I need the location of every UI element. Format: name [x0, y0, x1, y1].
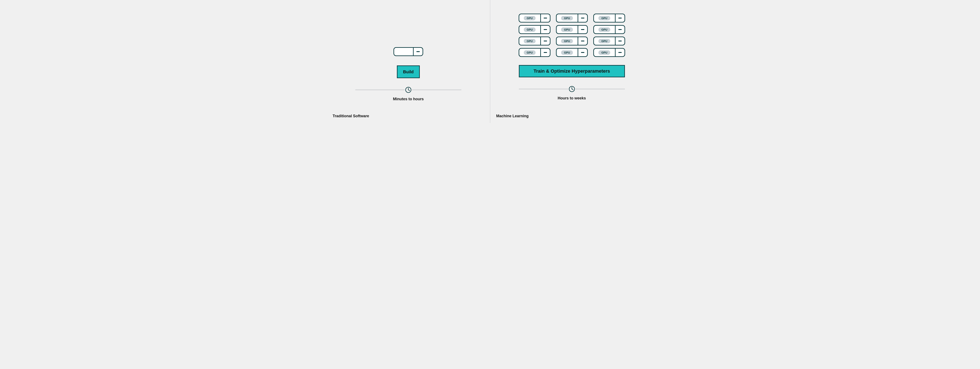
left-time-label: Minutes to hours: [393, 97, 424, 101]
gpu-slot-right: [541, 49, 550, 56]
right-timeline: Hours to weeks: [519, 86, 625, 101]
gpu-pill: GPU: [598, 16, 610, 21]
gpu-slot-right: [541, 26, 550, 34]
clock-icon: [405, 86, 412, 93]
minus-icon: [581, 41, 584, 42]
minus-icon: [417, 51, 420, 52]
gpu-chip: GPU: [556, 25, 588, 34]
gpu-pill: GPU: [524, 50, 536, 55]
build-action: Build: [397, 65, 420, 78]
server-slot-left: [394, 48, 413, 56]
gpu-slot-left: GPU: [594, 49, 615, 56]
gpu-slot-left: GPU: [557, 49, 578, 56]
server-slot-right: [414, 48, 423, 56]
gpu-slot-right: [578, 37, 587, 45]
gpu-slot-right: [541, 14, 550, 22]
svg-line-5: [572, 89, 573, 89]
gpu-chip: GPU: [556, 14, 588, 22]
gpu-pill: GPU: [561, 27, 573, 32]
gpu-slot-right: [578, 26, 587, 34]
left-caption: Traditional Software: [332, 114, 369, 118]
gpu-pill: GPU: [561, 50, 573, 55]
minus-icon: [544, 41, 547, 42]
gpu-slot-right: [616, 26, 625, 34]
gpu-slot-left: GPU: [557, 26, 578, 34]
server-chip: [393, 47, 423, 56]
minus-icon: [581, 29, 584, 30]
minus-icon: [618, 41, 622, 42]
gpu-pill: GPU: [524, 27, 536, 32]
gpu-chip: GPU: [556, 37, 588, 45]
gpu-pill: GPU: [561, 39, 573, 43]
gpu-slot-right: [616, 49, 625, 56]
panel-ml: GPUGPUGPUGPUGPUGPUGPUGPUGPUGPUGPUGPU Tra…: [490, 0, 653, 123]
gpu-slot-left: GPU: [594, 14, 615, 22]
gpu-slot-left: GPU: [594, 26, 615, 34]
minus-icon: [581, 52, 584, 53]
clock-icon: [568, 85, 576, 93]
gpu-slot-left: GPU: [519, 49, 540, 56]
left-timeline: Minutes to hours: [355, 87, 461, 101]
gpu-chip: GPU: [593, 48, 625, 57]
minus-icon: [618, 18, 622, 19]
gpu-slot-left: GPU: [519, 26, 540, 34]
gpu-pill: GPU: [598, 39, 610, 43]
gpu-slot-left: GPU: [557, 14, 578, 22]
gpu-chip: GPU: [593, 14, 625, 22]
gpu-pill: GPU: [524, 39, 536, 43]
train-action: Train & Optimize Hyperparameters: [519, 65, 625, 77]
gpu-slot-left: GPU: [519, 14, 540, 22]
gpu-slot-left: GPU: [519, 37, 540, 45]
minus-icon: [544, 18, 547, 19]
minus-icon: [581, 18, 584, 19]
gpu-slot-left: GPU: [557, 37, 578, 45]
gpu-chip: GPU: [519, 48, 550, 57]
svg-line-2: [408, 90, 410, 91]
gpu-chip: GPU: [593, 25, 625, 34]
right-caption: Machine Learning: [496, 114, 528, 118]
minus-icon: [544, 52, 547, 53]
gpu-chip: GPU: [593, 37, 625, 45]
gpu-slot-right: [578, 14, 587, 22]
gpu-chip: GPU: [519, 14, 550, 22]
comparison-diagram: Build Minutes to hours Traditional Softw…: [327, 0, 653, 123]
gpu-pill: GPU: [524, 16, 536, 21]
gpu-chip: GPU: [519, 25, 550, 34]
right-time-label: Hours to weeks: [558, 96, 586, 101]
panel-traditional: Build Minutes to hours Traditional Softw…: [327, 0, 490, 123]
minus-icon: [618, 52, 622, 53]
gpu-slot-right: [578, 49, 587, 56]
minus-icon: [544, 29, 547, 30]
gpu-slot-right: [541, 37, 550, 45]
gpu-slot-right: [616, 37, 625, 45]
gpu-chip: GPU: [519, 37, 550, 45]
gpu-slot-right: [616, 14, 625, 22]
gpu-pill: GPU: [598, 50, 610, 55]
gpu-slot-left: GPU: [594, 37, 615, 45]
gpu-grid: GPUGPUGPUGPUGPUGPUGPUGPUGPUGPUGPUGPU: [519, 14, 625, 57]
gpu-pill: GPU: [561, 16, 573, 21]
minus-icon: [618, 29, 622, 30]
gpu-chip: GPU: [556, 48, 588, 57]
gpu-pill: GPU: [598, 27, 610, 32]
